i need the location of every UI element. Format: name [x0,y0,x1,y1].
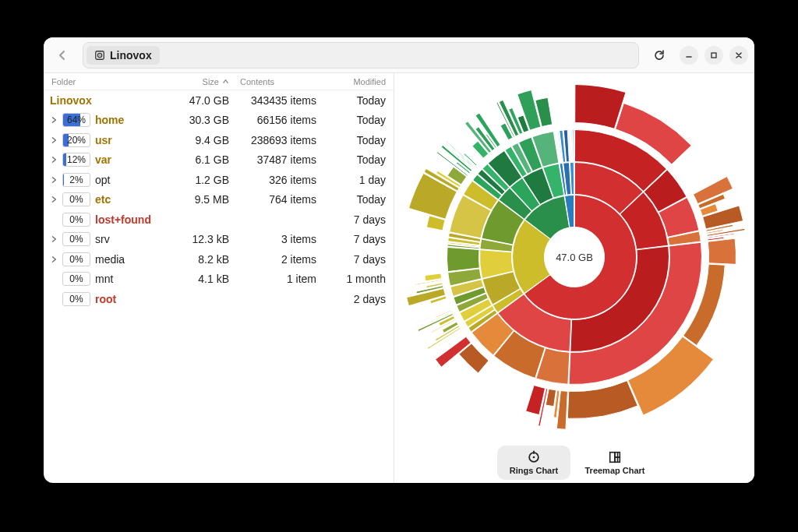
expander-icon[interactable] [48,174,59,185]
minimize-icon [685,51,693,59]
col-modified[interactable]: Modified [316,77,389,86]
cell-size: 12.3 kB [173,233,229,245]
maximize-icon [710,51,718,59]
expander-icon[interactable] [48,254,59,265]
rescan-button[interactable] [647,43,672,68]
back-button[interactable] [50,43,75,68]
expander-icon[interactable] [48,154,59,165]
cell-size: 9.5 MB [173,193,229,206]
folder-name: lost+found [94,213,151,226]
chart-switcher: Rings Chart Treemap Chart [394,441,754,483]
window-controls [680,46,748,65]
pct-cell: 0% [62,192,90,206]
folder-name: opt [94,174,110,186]
pct-cell: 0% [62,292,90,306]
cell-modified: 2 days [316,293,389,305]
cell-contents: 3 items [229,233,316,245]
folder-name: srv [94,233,110,245]
tree-root-row[interactable]: Linovox 47.0 GB 343435 items Today [44,90,394,111]
folder-name: mnt [94,273,113,285]
pct-cell: 12% [62,153,90,167]
expander-icon[interactable] [48,135,59,146]
pct-cell: 0% [62,232,90,246]
cell-modified: 1 month [316,273,389,285]
tree-row[interactable]: 0%srv12.3 kB3 items7 days [44,230,394,250]
expander-icon[interactable] [48,234,59,245]
expander-icon[interactable] [48,115,59,125]
svg-rect-7 [610,452,615,462]
cell-modified: Today [316,153,389,166]
cell-size: 9.4 GB [173,134,229,146]
root-modified: Today [316,94,389,107]
rings-icon [527,450,541,464]
cell-modified: Today [316,114,389,126]
pct-cell: 0% [62,213,90,227]
svg-point-2 [99,55,100,55]
refresh-icon [653,49,666,62]
cell-contents: 764 items [229,193,316,206]
location-segment[interactable]: Linovox [87,46,160,65]
pct-cell: 0% [62,252,90,266]
root-name: Linovox [48,94,92,107]
cell-modified: 1 day [316,174,389,186]
close-button[interactable] [729,46,748,65]
tree-row[interactable]: 20%usr9.4 GB238693 itemsToday [44,130,394,150]
location-label: Linovox [110,49,152,62]
cell-size: 30.3 GB [173,114,229,126]
pct-cell: 20% [62,133,90,147]
root-contents: 343435 items [229,94,316,107]
cell-size: 8.2 kB [173,253,229,266]
col-folder[interactable]: Folder [48,77,173,86]
folder-name: etc [94,193,111,206]
pct-cell: 64% [62,113,90,127]
cell-contents: 238693 items [229,134,316,146]
rings-chart-button[interactable]: Rings Chart [497,446,570,480]
cell-contents: 37487 items [229,153,316,166]
cell-modified: 7 days [316,253,389,266]
sort-asc-icon [222,78,229,85]
folder-name: media [94,253,125,266]
cell-size: 6.1 GB [173,153,229,166]
folder-name: root [94,293,116,305]
tree-row[interactable]: 0%media8.2 kB2 items7 days [44,249,394,270]
svg-rect-3 [711,53,716,58]
folder-name: var [94,153,111,166]
tree-row[interactable]: 0%root2 days [44,289,394,309]
col-size[interactable]: Size [173,77,229,86]
cell-contents: 2 items [229,253,316,266]
cell-modified: Today [316,193,389,206]
maximize-button[interactable] [704,46,723,65]
cell-contents: 326 items [229,174,316,186]
pct-cell: 0% [62,272,90,286]
location-bar[interactable]: Linovox [83,42,639,69]
header-bar: Linovox [44,37,754,73]
tree-row[interactable]: 0%etc9.5 MB764 itemsToday [44,190,394,210]
column-headers: Folder Size Contents Modified [44,73,394,90]
cell-modified: Today [316,134,389,146]
tree-row[interactable]: 2%opt1.2 GB326 items1 day [44,170,394,190]
folder-name: usr [94,134,112,146]
disk-icon [94,50,105,61]
cell-modified: 7 days [316,233,389,245]
tree-row[interactable]: 12%var6.1 GB37487 itemsToday [44,150,394,171]
cell-size: 1.2 GB [173,174,229,186]
cell-size: 4.1 kB [173,273,229,285]
folder-name: home [94,114,124,126]
chart-panel: 47.0 GB Rings Chart [394,73,754,483]
col-contents[interactable]: Contents [229,77,316,86]
folder-tree: Folder Size Contents Modified Linovox 47… [44,73,394,483]
root-size: 47.0 GB [173,94,229,107]
tree-row[interactable]: 0%lost+found7 days [44,210,394,230]
treemap-chart-button[interactable]: Treemap Chart [578,446,651,480]
app-window: Linovox [44,37,754,483]
rings-chart[interactable]: 47.0 GB [394,73,754,441]
tree-row[interactable]: 64%home30.3 GB66156 itemsToday [44,111,394,131]
tree-rows: Linovox 47.0 GB 343435 items Today 64%ho… [44,90,394,483]
expander-icon[interactable] [48,194,59,205]
chevron-left-icon [56,49,69,62]
close-icon [735,51,743,59]
minimize-button[interactable] [680,46,698,65]
tree-row[interactable]: 0%mnt4.1 kB1 item1 month [44,270,394,290]
svg-rect-10 [617,452,619,462]
cell-contents: 66156 items [229,114,316,126]
